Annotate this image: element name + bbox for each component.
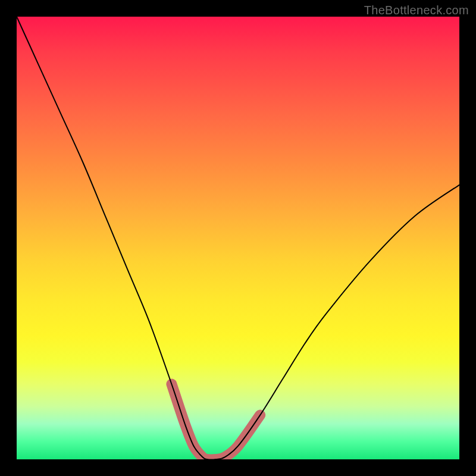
chart-background: [17, 17, 459, 459]
curve-marked-region: [171, 384, 260, 459]
bottleneck-curve: [17, 17, 459, 459]
curve-line: [17, 17, 459, 459]
watermark-text: TheBottleneck.com: [364, 4, 469, 17]
